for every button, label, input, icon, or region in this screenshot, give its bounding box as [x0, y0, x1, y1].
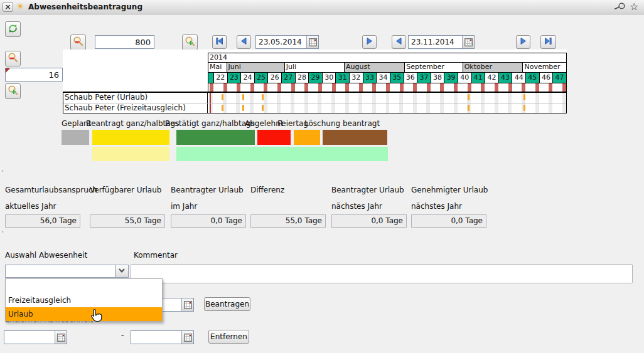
calendar-picker-button[interactable]: [306, 36, 318, 48]
combobox-dropdown-button[interactable]: [115, 265, 128, 277]
week-cell-partial: [208, 73, 213, 83]
star-icon[interactable]: ☆: [630, 1, 638, 13]
weekend-stripe: [223, 83, 227, 92]
refresh-button[interactable]: [5, 21, 21, 37]
dropdown-option-freizeitausgleich[interactable]: Freizeitausgleich: [6, 293, 162, 307]
summary-value: 0,0 Tage: [411, 214, 486, 228]
month-mai: Mai: [208, 63, 227, 72]
summary-field: Genehmigter Urlaubnächstes Jahr0,0 Tage: [411, 186, 486, 229]
skip-to-end-icon: [544, 37, 552, 47]
weekend-stripe: [427, 83, 431, 92]
summary-value: 0,0 Tage: [171, 214, 246, 228]
holiday-mark: [468, 94, 470, 100]
pin-icon[interactable]: [613, 1, 627, 11]
combobox-value: [6, 265, 115, 277]
week-cell-45: 45: [525, 73, 539, 83]
zoom-out-width-button[interactable]: [70, 34, 86, 50]
absence-select-label: Auswahl Abwesenheit: [5, 251, 87, 260]
weekend-band: [277, 103, 281, 113]
legend-swatch-beantragt-ganz: [92, 130, 169, 145]
week-row: 2223242526272829303132333435363738394041…: [208, 73, 566, 83]
calendar-picker-button[interactable]: [55, 331, 67, 344]
row-height-input[interactable]: 16: [5, 68, 63, 82]
holiday-mark: [242, 94, 244, 100]
summary-label-line1: Genehmigter Urlaub: [411, 186, 488, 194]
zoom-in-rowheight-button[interactable]: [5, 83, 21, 99]
summary-label-line2: im Jahr: [171, 202, 197, 211]
nav-prev-end-button[interactable]: [392, 35, 406, 49]
weekend-stripe: [318, 83, 322, 92]
month-november: November: [522, 63, 566, 72]
vacation-summary: Gesamturlaubsanspruchaktuelles Jahr56,0 …: [0, 186, 644, 229]
weekend-band: [481, 93, 485, 103]
month-august: August: [344, 63, 404, 72]
week-cell-38: 38: [431, 73, 444, 83]
weekend-band: [318, 103, 321, 113]
gantt-row-timeline[interactable]: [208, 93, 566, 103]
gantt-row-label: Schaub Peter (Freizeitausgleich): [63, 103, 208, 113]
month-september: September: [404, 63, 462, 72]
holiday-mark: [262, 105, 264, 111]
weekend-band: [562, 103, 566, 113]
holiday-mark: [222, 105, 223, 111]
validation-corner-mark: [6, 68, 10, 73]
comment-input[interactable]: [131, 264, 633, 283]
gantt-row: Schaub Peter (Urlaub): [63, 93, 566, 103]
legend-label-bestaetigt: Bestätigt ganz/halbtags: [165, 119, 255, 128]
holiday-mark: [222, 94, 223, 100]
weekend-band: [495, 93, 498, 103]
weekend-band: [236, 103, 240, 113]
summary-value: 55,0 Tage: [250, 214, 326, 228]
beantragen-button[interactable]: Beantragen: [204, 297, 250, 311]
week-cell-31: 31: [335, 73, 349, 83]
weekend-stripe: [508, 83, 512, 92]
weekend-stripe: [454, 83, 458, 92]
range-start-line: [210, 103, 211, 113]
absence-type-combobox[interactable]: [5, 265, 129, 278]
remove-to-date-input[interactable]: [131, 330, 194, 344]
gantt-row-timeline[interactable]: [208, 103, 566, 113]
weekend-band: [495, 103, 498, 113]
calendar-picker-button[interactable]: [462, 36, 474, 48]
close-button[interactable]: ×: [3, 2, 13, 12]
weekend-band: [562, 93, 566, 103]
week-cell-22: 22: [213, 73, 227, 83]
weekend-stripe: [291, 83, 295, 92]
arrow-left-icon: [240, 37, 248, 47]
nav-first-button[interactable]: [212, 35, 227, 49]
dropdown-option-blank[interactable]: [6, 279, 162, 293]
nav-prev-start-button[interactable]: [237, 35, 251, 49]
entfernen-button[interactable]: Entfernen: [208, 330, 249, 344]
start-date-input[interactable]: 23.05.2014: [255, 35, 319, 49]
zoom-out-rowheight-button[interactable]: [5, 51, 21, 66]
zoom-out-icon: [8, 52, 19, 65]
window-title: Abwesenheitsbeantragung: [28, 3, 142, 11]
zoom-in-width-button[interactable]: [182, 34, 198, 50]
weekend-band: [345, 93, 349, 103]
chart-width-input[interactable]: 800: [95, 35, 154, 49]
dropdown-option-urlaub[interactable]: Urlaub: [6, 307, 162, 321]
zoom-out-icon: [73, 36, 84, 49]
remove-from-date-input[interactable]: [4, 330, 67, 344]
calendar-icon: [184, 301, 192, 309]
summary-label-line2: nächstes Jahr: [411, 202, 462, 211]
end-date-input[interactable]: 23.11.2014: [408, 35, 475, 49]
week-cell-27: 27: [281, 73, 295, 83]
week-cell-41: 41: [471, 73, 485, 83]
weekend-band: [413, 103, 417, 113]
nav-next-end-button[interactable]: [516, 35, 530, 49]
calendar-picker-button[interactable]: [181, 298, 193, 311]
weekend-band: [454, 93, 458, 103]
month-row: MaiJuniJuliAugustSeptemberOktoberNovembe…: [208, 63, 566, 73]
weekend-band: [250, 93, 254, 103]
summary-label-line2: nächstes Jahr: [331, 202, 382, 211]
calendar-picker-button[interactable]: [181, 331, 193, 344]
comment-label: Kommentar: [134, 251, 178, 260]
legend-label-loeschung: Löschung beantragt: [304, 119, 380, 128]
gantt-row-label: Schaub Peter (Urlaub): [63, 93, 208, 103]
nav-last-button[interactable]: [540, 35, 556, 49]
weekend-band: [426, 93, 430, 103]
nav-next-start-button[interactable]: [362, 35, 377, 49]
weekend-stripe: [386, 83, 390, 92]
weekend-stripe: [535, 83, 539, 92]
